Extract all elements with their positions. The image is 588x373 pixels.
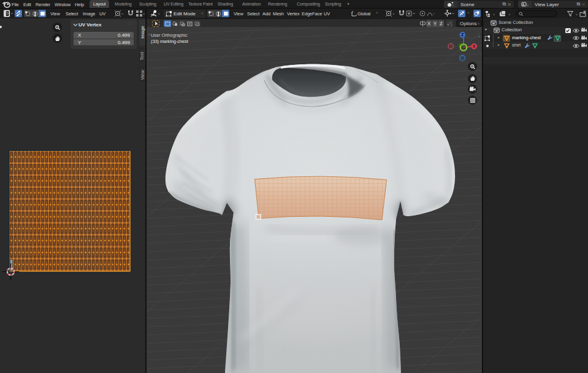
svg-text:Z: Z [461, 32, 464, 37]
svg-text:˅: ˅ [508, 12, 511, 16]
svg-text:X: X [473, 44, 476, 48]
svg-text:˅: ˅ [433, 12, 435, 16]
svg-text:˅: ˅ [493, 12, 495, 16]
svg-text:˅: ˅ [121, 12, 124, 16]
svg-text:˅: ˅ [527, 4, 529, 7]
svg-text:˅: ˅ [392, 12, 395, 16]
svg-text:˅: ˅ [576, 12, 578, 16]
svg-text:˅: ˅ [158, 12, 161, 16]
svg-text:˅: ˅ [452, 4, 454, 7]
